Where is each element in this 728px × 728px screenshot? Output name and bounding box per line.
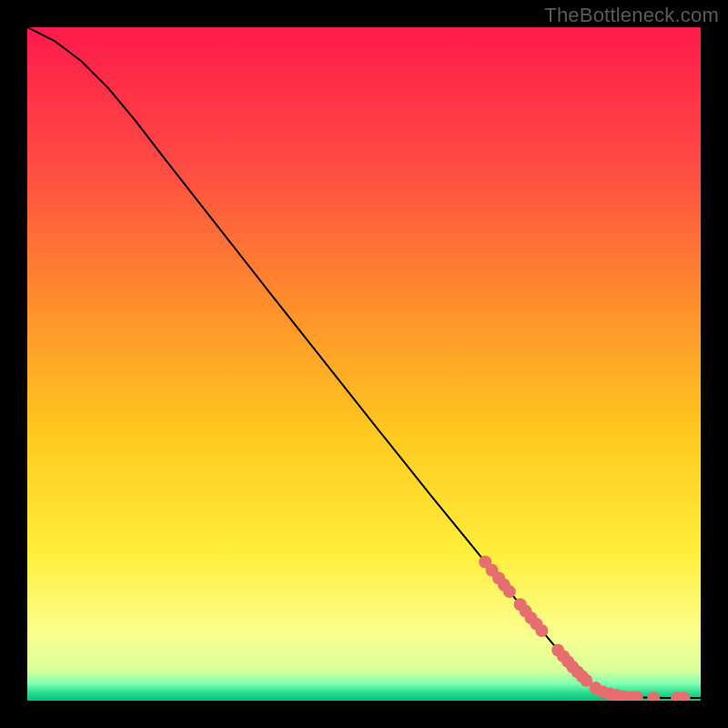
- data-dot: [503, 585, 516, 598]
- chart-svg: [27, 27, 701, 701]
- chart-area: [27, 27, 701, 701]
- chart-background: [27, 27, 701, 701]
- watermark-text: TheBottleneck.com: [544, 4, 719, 27]
- data-dot: [535, 624, 548, 637]
